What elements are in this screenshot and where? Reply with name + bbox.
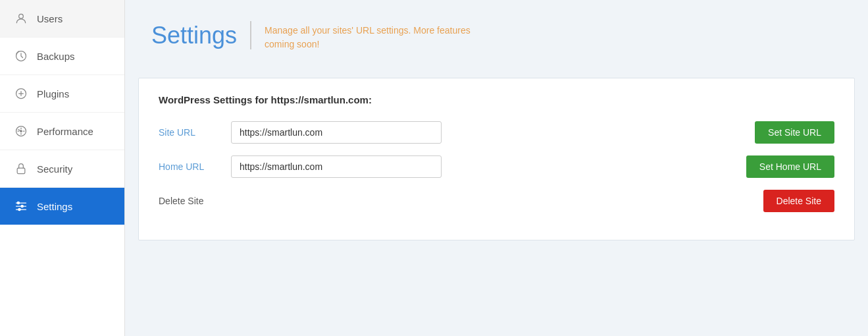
site-url-input[interactable]: [231, 121, 442, 144]
sidebar-item-security[interactable]: Security: [0, 150, 124, 188]
set-site-url-button[interactable]: Set Site URL: [755, 121, 834, 144]
delete-site-action: Delete Site: [763, 190, 834, 212]
sidebar-item-plugins[interactable]: Plugins: [0, 75, 124, 113]
sidebar-item-backups[interactable]: Backups: [0, 38, 124, 75]
sidebar-item-performance[interactable]: Performance: [0, 113, 124, 150]
home-url-action: Set Home URL: [746, 155, 834, 178]
user-icon: [13, 11, 29, 26]
site-url-action: Set Site URL: [755, 121, 834, 144]
home-url-input[interactable]: [231, 155, 442, 178]
plugins-icon: [13, 86, 29, 101]
performance-icon: [13, 123, 29, 139]
main-content: Settings Manage all your sites' URL sett…: [125, 0, 868, 336]
svg-point-0: [19, 14, 24, 18]
settings-panel-title: WordPress Settings for https://smartlun.…: [159, 94, 834, 105]
svg-rect-7: [17, 168, 25, 173]
svg-point-6: [20, 130, 22, 132]
sidebar-item-security-label: Security: [37, 163, 72, 175]
sidebar-item-users[interactable]: Users: [0, 0, 124, 38]
sidebar-item-performance-label: Performance: [37, 126, 93, 137]
set-home-url-button[interactable]: Set Home URL: [746, 155, 834, 178]
site-url-label: Site URL: [159, 127, 231, 138]
svg-point-11: [17, 202, 19, 204]
sidebar-item-plugins-label: Plugins: [37, 88, 69, 99]
page-title: Settings: [151, 21, 251, 49]
security-icon: [13, 161, 29, 177]
svg-point-12: [21, 205, 23, 207]
home-url-row: Home URL Set Home URL: [159, 155, 834, 178]
sidebar-item-settings[interactable]: Settings: [0, 188, 124, 225]
sidebar-item-settings-label: Settings: [37, 201, 72, 212]
sidebar: Users Backups Plugins: [0, 0, 125, 336]
sidebar-item-users-label: Users: [37, 13, 63, 24]
site-url-row: Site URL Set Site URL: [159, 121, 834, 144]
delete-site-label: Delete Site: [159, 196, 231, 206]
delete-site-button[interactable]: Delete Site: [763, 190, 834, 212]
settings-icon: [13, 198, 29, 214]
page-header: Settings Manage all your sites' URL sett…: [125, 0, 868, 65]
svg-point-13: [18, 208, 20, 210]
delete-site-row: Delete Site Delete Site: [159, 190, 834, 212]
sidebar-item-backups-label: Backups: [37, 51, 75, 62]
backups-icon: [13, 48, 29, 64]
home-url-label: Home URL: [159, 161, 231, 172]
page-subtitle: Manage all your sites' URL settings. Mor…: [265, 21, 495, 51]
settings-panel: WordPress Settings for https://smartlun.…: [138, 78, 855, 240]
